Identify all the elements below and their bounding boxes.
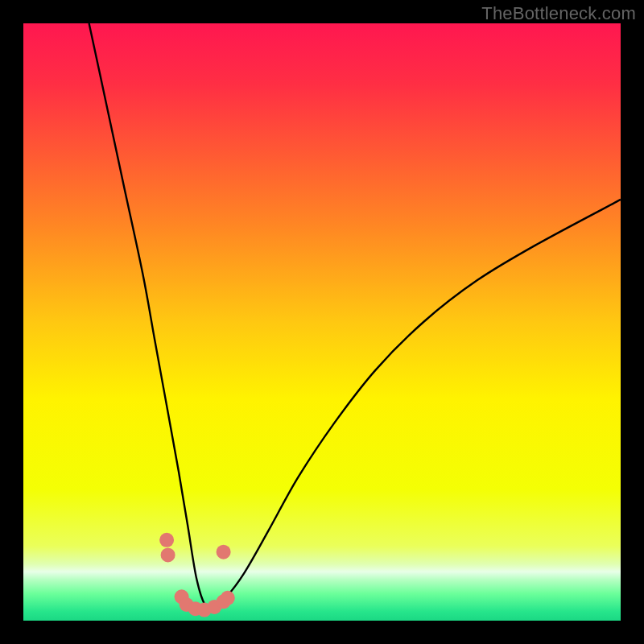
plot-background	[23, 23, 621, 621]
gradient-fill	[23, 23, 621, 621]
outer-frame: TheBottleneck.com	[0, 0, 644, 644]
watermark-text: TheBottleneck.com	[481, 3, 636, 24]
